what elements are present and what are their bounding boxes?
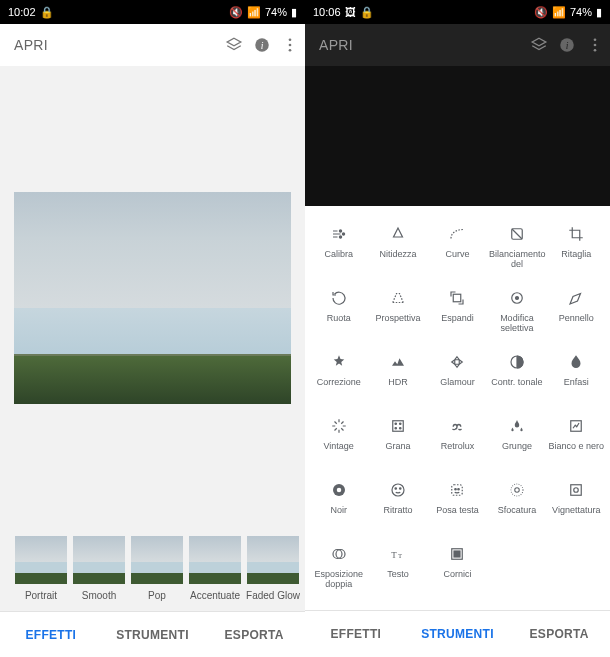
tool-label: Enfasi [564,377,589,387]
tool-ruota[interactable]: Ruota [309,288,368,350]
tab-tools[interactable]: STRUMENTI [407,611,509,656]
tool-icon: TT [389,544,407,564]
tool-label: Testo [387,569,409,579]
tool-icon [389,480,407,500]
phone-left: 10:02 🔒 🔇 📶 74% ▮ APRI i Portra [0,0,305,657]
svg-point-27 [395,488,397,490]
image-icon: 🖼 [345,6,356,18]
tool-grana[interactable]: Grana [368,416,427,478]
bottom-tabs: EFFETTI STRUMENTI ESPORTA [305,610,610,656]
tool-prospettiva[interactable]: Prospettiva [368,288,427,350]
tool-label: Ritratto [384,505,413,515]
tool-testo[interactable]: TTTesto [368,544,427,606]
info-icon[interactable]: i [253,36,271,54]
tool-noir[interactable]: Noir [309,480,368,542]
tool-label: HDR [388,377,408,387]
tool-nitidezza[interactable]: Nitidezza [368,224,427,286]
tool-esposizione-doppia[interactable]: Esposizione doppia [309,544,368,606]
svg-rect-18 [393,421,404,432]
tool-icon [508,224,526,244]
tool-bilanciamento-del[interactable]: Bilanciamento del [487,224,546,286]
tab-export[interactable]: ESPORTA [508,611,610,656]
tool-label: Glamour [440,377,475,387]
tool-bianco-e-nero[interactable]: Bianco e nero [547,416,606,478]
tool-icon [389,224,407,244]
svg-rect-29 [452,485,463,496]
effect-thumb[interactable]: Faded Glow [246,536,300,601]
tool-vignettatura[interactable]: Vignettatura [547,480,606,542]
effects-strip[interactable]: Portrait Smooth Pop Accentuate Faded Glo… [0,530,305,601]
tool-calibra[interactable]: Calibra [309,224,368,286]
tool-sfocatura[interactable]: Sfocatura [487,480,546,542]
tool-label: Curve [445,249,469,259]
tool-icon [567,352,585,372]
svg-point-8 [594,44,597,47]
svg-point-16 [515,297,518,300]
tool-contr-tonale[interactable]: Contr. tonale [487,352,546,414]
lock-icon: 🔒 [40,6,54,19]
open-button[interactable]: APRI [14,37,48,53]
tab-tools[interactable]: STRUMENTI [102,612,204,657]
svg-point-35 [574,488,579,493]
effect-thumb[interactable]: Smooth [72,536,126,601]
tool-label: Ruota [327,313,351,323]
more-icon[interactable] [281,36,299,54]
tool-label: Nitidezza [380,249,417,259]
svg-point-21 [395,428,397,430]
tool-pennello[interactable]: Pennello [547,288,606,350]
tool-curve[interactable]: Curve [428,224,487,286]
effect-thumb[interactable]: Accentuate [188,536,242,601]
tool-label: Modifica selettiva [489,313,545,334]
tools-sheet: CalibraNitidezzaCurveBilanciamento delRi… [305,206,610,657]
layers-icon[interactable] [225,36,243,54]
tool-ritaglia[interactable]: Ritaglia [547,224,606,286]
status-time: 10:06 [313,6,341,18]
tool-label: Prospettiva [376,313,421,323]
tool-posa-testa[interactable]: Posa testa [428,480,487,542]
edited-photo [14,192,291,404]
tool-ritratto[interactable]: Ritratto [368,480,427,542]
tool-label: Grunge [502,441,532,451]
tool-icon [448,224,466,244]
lock-icon: 🔒 [360,6,374,19]
tool-hdr[interactable]: HDR [368,352,427,414]
tool-icon [567,416,585,436]
tool-label: Vintage [324,441,354,451]
layers-icon[interactable] [530,36,548,54]
tool-vintage[interactable]: Vintage [309,416,368,478]
more-icon[interactable] [586,36,604,54]
image-canvas[interactable] [0,66,305,530]
tool-modifica-selettiva[interactable]: Modifica selettiva [487,288,546,350]
tab-effects[interactable]: EFFETTI [305,611,407,656]
open-button[interactable]: APRI [319,37,353,53]
tool-label: Contr. tonale [491,377,542,387]
tool-cornici[interactable]: Cornici [428,544,487,606]
battery-icon: ▮ [291,6,297,19]
svg-rect-34 [571,485,582,496]
tool-label: Noir [330,505,347,515]
tool-icon [508,288,526,308]
tool-glamour[interactable]: Glamour [428,352,487,414]
tool-icon [330,288,348,308]
effect-thumb[interactable]: Portrait [14,536,68,601]
tool-icon [448,416,466,436]
info-icon[interactable]: i [558,36,576,54]
svg-point-31 [458,489,460,491]
tool-grunge[interactable]: Grunge [487,416,546,478]
tool-enfasi[interactable]: Enfasi [547,352,606,414]
tool-correzione[interactable]: Correzione [309,352,368,414]
wifi-icon: 📶 [552,6,566,19]
svg-point-30 [455,489,457,491]
tool-espandi[interactable]: Espandi [428,288,487,350]
tool-retrolux[interactable]: Retrolux [428,416,487,478]
phone-right: 10:06 🖼 🔒 🔇 📶 74% ▮ APRI i Calib [305,0,610,657]
effect-thumb[interactable]: Pop [130,536,184,601]
tab-effects[interactable]: EFFETTI [0,612,102,657]
tool-icon [567,288,585,308]
tab-export[interactable]: ESPORTA [203,612,305,657]
battery-text: 74% [570,6,592,18]
tool-label: Esposizione doppia [311,569,367,590]
tool-icon [330,352,348,372]
dark-image-area [305,66,610,206]
tool-icon [508,480,526,500]
